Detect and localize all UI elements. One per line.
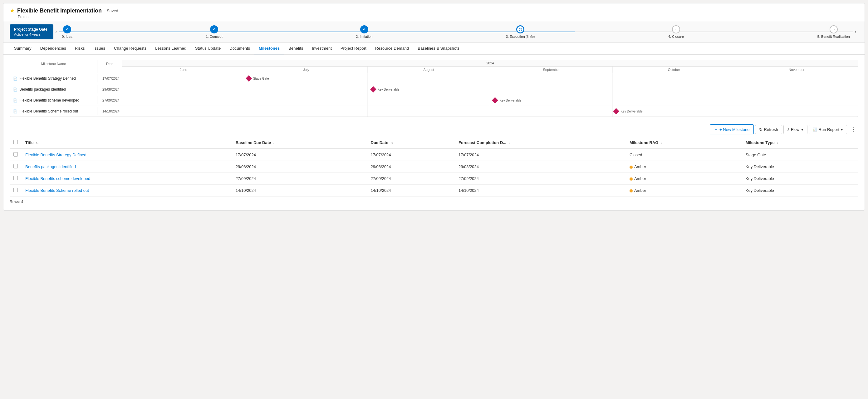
gantt-task-date-3: 27/09/2024: [97, 96, 122, 104]
refresh-button[interactable]: ↻ Refresh: [755, 125, 782, 134]
gantt-row-2: 📄 Benefits packages identified 29/08/202…: [10, 84, 858, 95]
tab-baselines-snapshots[interactable]: Baselines & Snapshots: [413, 43, 464, 54]
rag-sort-icon: ↓: [660, 141, 662, 145]
row-checkbox-1[interactable]: [10, 149, 22, 161]
col-header-title[interactable]: Title ↑↓: [22, 137, 232, 149]
run-report-button[interactable]: 📊 Run Report ▾: [809, 125, 847, 134]
stage-item-3[interactable]: ◎ 3. Execution (8 Mo): [506, 25, 535, 38]
title-sort-icon: ↑↓: [36, 141, 39, 145]
tab-resource-demand[interactable]: Resource Demand: [371, 43, 413, 54]
gantt-task-bar-2: Key Deliverable: [122, 84, 858, 95]
rag-dot-3: [629, 177, 633, 180]
toolbar: ＋ + New Milestone ↻ Refresh ⤴ Flow ▾ 📊 R…: [10, 122, 858, 137]
gantt-month-november: November: [735, 66, 858, 73]
gantt-task-name-1: 📄 Flexible Benefits Strategy Defined: [10, 74, 97, 83]
stage-item-2[interactable]: ✓ 2. Initiation: [356, 25, 372, 38]
stage-prev-button[interactable]: ‹: [53, 29, 59, 35]
row-checkbox-2[interactable]: [10, 161, 22, 173]
milestone-label-3: Key Deliverable: [500, 99, 522, 102]
select-all-checkbox-col[interactable]: [10, 137, 22, 149]
row-checkbox-4[interactable]: [10, 184, 22, 197]
stage-circle-1: ✓: [210, 25, 218, 33]
tab-documents[interactable]: Documents: [225, 43, 254, 54]
more-options-button[interactable]: ⋮: [848, 125, 858, 134]
row-rag-2: Amber: [626, 161, 742, 173]
flow-chevron-icon: ▾: [801, 127, 803, 132]
tabs-bar: Summary Dependencies Risks Issues Change…: [3, 43, 865, 55]
col-header-rag[interactable]: Milestone RAG ↓: [626, 137, 742, 149]
tab-milestones[interactable]: Milestones: [254, 43, 284, 54]
tab-investment[interactable]: Investment: [307, 43, 336, 54]
gantt-task-bar-1: Stage Gate: [122, 73, 858, 84]
stage-circle-4: ○: [672, 25, 680, 33]
milestone-label-4: Key Deliverable: [620, 110, 642, 113]
stage-item-1[interactable]: ✓ 1. Concept: [206, 25, 222, 38]
gantt-cols-bg-2: [122, 84, 858, 95]
tab-issues[interactable]: Issues: [89, 43, 110, 54]
row-due-4: 14/10/2024: [367, 184, 455, 197]
row-title-4[interactable]: Flexible Benefits Scheme rolled out: [22, 184, 232, 197]
stage-circle-2: ✓: [360, 25, 368, 33]
gantt-task-date-2: 29/08/2024: [97, 86, 122, 93]
row-checkbox-3[interactable]: [10, 173, 22, 184]
new-milestone-button[interactable]: ＋ + New Milestone: [710, 124, 753, 134]
row-type-3: Key Deliverable: [742, 173, 858, 184]
gantt-year: 2024: [122, 60, 858, 66]
row-type-1: Stage Gate: [742, 149, 858, 161]
col-header-due-date[interactable]: Due Date ↑↓: [367, 137, 455, 149]
row-rag-4: Amber: [626, 184, 742, 197]
tab-benefits[interactable]: Benefits: [284, 43, 307, 54]
stage-label-1: 1. Concept: [206, 35, 222, 38]
row-title-2[interactable]: Benefits packages identified: [22, 161, 232, 173]
row-type-2: Key Deliverable: [742, 161, 858, 173]
row-title-1[interactable]: Flexible Benefits Strategy Defined: [22, 149, 232, 161]
gantt-chart: Milestone Name Date 2024 June July Augus…: [10, 60, 858, 117]
file-icon-3: 📄: [13, 98, 18, 103]
tab-project-report[interactable]: Project Report: [336, 43, 371, 54]
gantt-month-july: July: [245, 66, 368, 73]
file-icon-4: 📄: [13, 109, 18, 113]
col-header-forecast[interactable]: Forecast Completion D... ↓: [455, 137, 626, 149]
flow-button[interactable]: ⤴ Flow ▾: [783, 125, 807, 134]
gantt-col-date: Date: [97, 60, 122, 73]
select-all-checkbox[interactable]: [13, 140, 18, 144]
rag-dot-2: [629, 166, 633, 169]
gantt-cols-bg-3: [122, 95, 858, 106]
row-rag-1: Closed: [626, 149, 742, 161]
tab-lessons-learned[interactable]: Lessons Learned: [151, 43, 191, 54]
report-chevron-icon: ▾: [841, 127, 843, 132]
stage-progress: ✓ 0. Idea ✓ 1. Concept ✓ 2. Initiation ◎…: [59, 25, 853, 38]
row-title-3[interactable]: Flexible Benefits scheme developed: [22, 173, 232, 184]
tab-dependencies[interactable]: Dependencies: [36, 43, 70, 54]
row-due-1: 17/07/2024: [367, 149, 455, 161]
rows-count: Rows: 4: [10, 197, 858, 205]
col-header-baseline-due[interactable]: Baseline Due Date ↓: [232, 137, 367, 149]
table-header-row: Title ↑↓ Baseline Due Date ↓ Due Date ↑↓…: [10, 137, 858, 149]
tab-summary[interactable]: Summary: [10, 43, 36, 54]
row-due-3: 27/09/2024: [367, 173, 455, 184]
col-header-type[interactable]: Milestone Type ↓: [742, 137, 858, 149]
project-title: Flexible Benefit Implementation: [17, 7, 102, 14]
stage-item-4[interactable]: ○ 4. Closure: [668, 25, 684, 38]
row-forecast-3: 27/09/2024: [455, 173, 626, 184]
gantt-row-1: 📄 Flexible Benefits Strategy Defined 17/…: [10, 73, 858, 84]
gantt-task-bar-4: Key Deliverable: [122, 106, 858, 117]
stage-next-button[interactable]: ›: [853, 29, 858, 35]
stage-item-5[interactable]: ○ 5. Benefit Realisation: [817, 25, 850, 38]
saved-badge: - Saved: [104, 8, 118, 13]
tab-status-update[interactable]: Status Update: [191, 43, 225, 54]
gantt-cols-bg-1: [122, 73, 858, 84]
gantt-task-bar-3: Key Deliverable: [122, 95, 858, 106]
type-sort-icon: ↓: [777, 141, 778, 145]
tab-change-requests[interactable]: Change Requests: [110, 43, 151, 54]
gantt-timeline-header: 2024 June July August September October …: [122, 60, 858, 73]
stage-label-2: 2. Initiation: [356, 35, 372, 38]
row-forecast-1: 17/07/2024: [455, 149, 626, 161]
file-icon-2: 📄: [13, 87, 18, 91]
gantt-month-august: August: [368, 66, 490, 73]
stage-label-3: 3. Execution (8 Mo): [506, 35, 535, 38]
stage-item-0[interactable]: ✓ 0. Idea: [62, 25, 72, 38]
gantt-months: June July August September October Novem…: [122, 66, 858, 73]
tab-risks[interactable]: Risks: [70, 43, 89, 54]
forecast-sort-icon: ↓: [508, 141, 510, 145]
